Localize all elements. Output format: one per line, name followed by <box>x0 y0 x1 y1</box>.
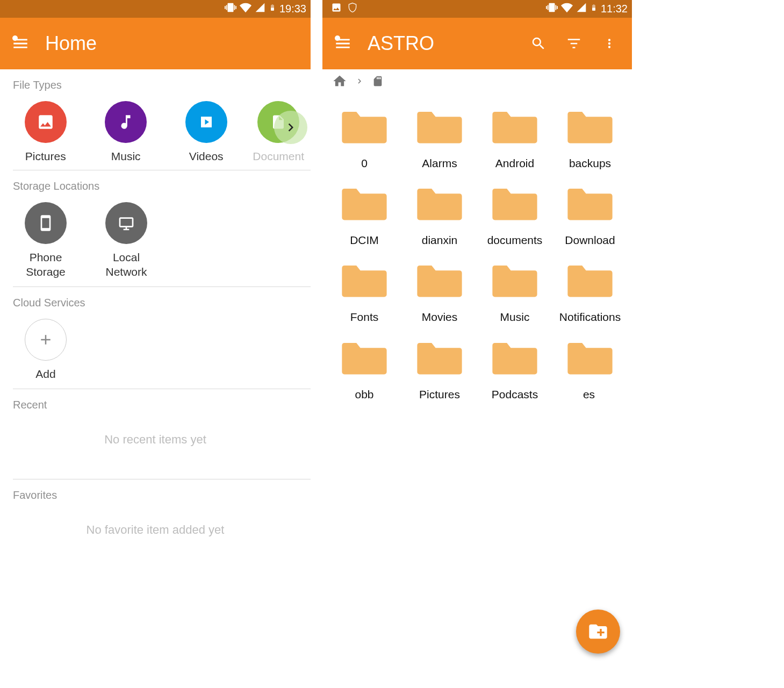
folder-icon <box>414 260 465 299</box>
folder-icon <box>490 183 540 223</box>
app-bar: ASTRO <box>322 18 632 69</box>
image-notif-icon <box>331 2 342 16</box>
battery-icon <box>269 2 276 16</box>
folder-item[interactable]: backups <box>552 106 628 170</box>
folder-label: obb <box>355 388 373 401</box>
filetype-label: Pictures <box>25 149 66 163</box>
folder-icon <box>339 183 390 223</box>
wifi-icon <box>561 2 573 16</box>
status-time: 11:32 <box>601 3 628 15</box>
scroll-right-button[interactable] <box>274 111 307 144</box>
folder-icon <box>414 337 465 377</box>
recent-empty: No recent items yet <box>0 417 311 479</box>
folder-item[interactable]: Fonts <box>327 260 402 324</box>
folder-item[interactable]: 0 <box>327 106 402 170</box>
page-title: ASTRO <box>368 32 434 55</box>
folder-label: Fonts <box>350 310 379 324</box>
menu-button[interactable] <box>8 31 33 56</box>
folder-icon <box>339 337 390 377</box>
folder-label: Movies <box>422 310 458 324</box>
filetype-label: Document <box>253 149 304 163</box>
status-time: 19:33 <box>279 3 306 15</box>
filetype-videos[interactable]: Videos <box>166 101 246 163</box>
folder-item[interactable]: Alarms <box>402 106 477 170</box>
status-bar: 19:33 <box>0 0 311 18</box>
section-file-types-title: File Types <box>0 69 311 97</box>
folder-label: Android <box>495 156 534 170</box>
battery-icon <box>590 2 598 16</box>
storage-phone[interactable]: Phone Storage <box>5 202 86 279</box>
folder-item[interactable]: Android <box>477 106 552 170</box>
folder-item[interactable]: obb <box>327 337 402 401</box>
folder-label: es <box>583 388 597 401</box>
folder-item[interactable]: Notifications <box>552 260 628 324</box>
folder-label: dianxin <box>422 233 458 247</box>
folder-item[interactable]: dianxin <box>402 183 477 247</box>
folder-grid: 0 Alarms Android backups DCIM dianxin do… <box>322 95 632 422</box>
folder-label: Alarms <box>422 156 457 170</box>
storage-label: Local Network <box>105 250 147 279</box>
folder-label: Pictures <box>419 388 460 401</box>
section-recent-title: Recent <box>0 389 311 417</box>
filetype-pictures[interactable]: Pictures <box>5 101 85 163</box>
screen-home: 19:33 Home File Types Pictures Music <box>0 0 312 688</box>
screen-browser: 11:32 ASTRO <box>322 0 632 688</box>
sd-crumb-icon[interactable] <box>372 75 384 89</box>
filetype-music[interactable]: Music <box>85 101 166 163</box>
folder-label: Notifications <box>559 310 621 324</box>
folder-icon <box>490 337 540 377</box>
filter-button[interactable] <box>562 32 586 55</box>
folder-icon <box>339 106 390 146</box>
folder-label: 0 <box>361 156 368 170</box>
folder-icon <box>565 260 615 299</box>
folder-icon <box>414 106 465 146</box>
folder-icon <box>565 106 615 146</box>
storage-label: Phone Storage <box>26 250 66 279</box>
folder-item[interactable]: Movies <box>402 260 477 324</box>
file-types-row: Pictures Music Videos Document <box>0 97 311 170</box>
folder-icon <box>565 337 615 377</box>
overflow-button[interactable] <box>598 32 621 55</box>
status-bar: 11:32 <box>322 0 632 18</box>
section-cloud-title: Cloud Services <box>0 287 311 314</box>
chevron-right-icon <box>355 76 364 89</box>
app-bar: Home <box>0 18 311 69</box>
folder-item[interactable]: Podcasts <box>477 337 552 401</box>
new-folder-fab[interactable] <box>576 610 620 654</box>
cloud-add[interactable]: Add <box>5 319 86 381</box>
signal-icon <box>255 2 265 16</box>
folder-item[interactable]: es <box>552 337 628 401</box>
folder-icon <box>565 183 615 223</box>
page-title: Home <box>45 32 97 55</box>
folder-item[interactable]: DCIM <box>327 183 402 247</box>
cloud-add-label: Add <box>35 367 55 381</box>
folder-label: backups <box>569 156 611 170</box>
music-icon <box>105 101 147 143</box>
section-storage-title: Storage Locations <box>0 170 311 198</box>
search-button[interactable] <box>527 32 550 55</box>
folder-item[interactable]: Download <box>552 183 628 247</box>
filetype-label: Videos <box>189 149 224 163</box>
shield-notif-icon <box>347 2 358 16</box>
storage-network[interactable]: Local Network <box>86 202 167 279</box>
folder-item[interactable]: Music <box>477 260 552 324</box>
favorites-empty: No favorite item added yet <box>0 507 311 569</box>
signal-icon <box>576 2 587 16</box>
filetype-label: Music <box>111 149 141 163</box>
wifi-icon <box>240 2 251 16</box>
video-icon <box>185 101 227 143</box>
folder-label: DCIM <box>350 233 379 247</box>
breadcrumb <box>322 69 632 95</box>
folder-icon <box>414 183 465 223</box>
phone-icon <box>25 202 67 244</box>
folder-icon <box>490 260 540 299</box>
menu-button[interactable] <box>330 31 356 56</box>
home-crumb-icon[interactable] <box>332 74 347 91</box>
folder-label: Podcasts <box>492 388 538 401</box>
picture-icon <box>25 101 67 143</box>
folder-label: Music <box>500 310 530 324</box>
folder-item[interactable]: documents <box>477 183 552 247</box>
folder-icon <box>339 260 390 299</box>
vibrate-icon <box>546 2 558 16</box>
folder-item[interactable]: Pictures <box>402 337 477 401</box>
